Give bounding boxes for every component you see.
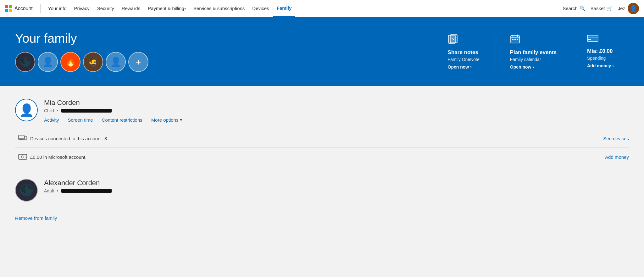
person-icon-mia: 👤 xyxy=(19,103,34,117)
share-notes-title: Share notes xyxy=(448,49,480,56)
member-header-alexander: 🌑 Alexander Corden Adult • xyxy=(15,179,629,202)
nav-divider xyxy=(40,4,41,13)
plan-events-sub: Family calendar xyxy=(510,57,557,62)
spending-link[interactable]: Add money › xyxy=(587,63,614,68)
spending-title: Mia: £0.00 xyxy=(587,48,614,54)
chevron-down-icon: ▾ xyxy=(180,117,182,123)
mia-more-options-button[interactable]: More options ▾ xyxy=(151,117,182,123)
hero-feature-plan-events: Plan family events Family calendar Open … xyxy=(495,34,572,69)
ms-logo-grid xyxy=(5,5,12,12)
hero-left: Your family 🌑 👤 🔥 🧔 👤 ＋ xyxy=(15,31,148,72)
nav-rewards[interactable]: Rewards xyxy=(118,0,144,17)
member-card-mia: 👤 Mia Corden Child • Activity Screen tim… xyxy=(15,99,629,166)
devices-icon xyxy=(15,135,30,142)
money-text: £0.00 in Microsoft account. xyxy=(30,154,605,160)
member-card-alexander: 🌑 Alexander Corden Adult • Remove from f… xyxy=(15,179,629,221)
nav-devices[interactable]: Devices xyxy=(248,0,273,17)
devices-text: Devices connected to this account: 3 xyxy=(30,136,603,141)
alexander-avatar: 🌑 xyxy=(15,179,38,202)
spending-sub: Spending xyxy=(587,56,614,61)
svg-rect-13 xyxy=(19,135,24,140)
nav-your-info[interactable]: Your info xyxy=(44,0,70,17)
svg-rect-7 xyxy=(512,39,514,40)
spending-icon xyxy=(587,34,614,45)
family-member-5-avatar[interactable]: 👤 xyxy=(106,52,126,72)
add-family-member-button[interactable]: ＋ xyxy=(128,52,148,72)
family-member-4-avatar[interactable]: 🧔 xyxy=(83,52,103,72)
basket-button[interactable]: Basket 🛒 xyxy=(591,6,613,11)
search-label: Search xyxy=(563,6,578,11)
svg-rect-8 xyxy=(514,39,516,40)
family-member-3-avatar[interactable]: 🔥 xyxy=(60,52,80,72)
person-icon: 👤 xyxy=(42,57,53,67)
svg-rect-10 xyxy=(587,35,598,42)
family-member-2-avatar[interactable]: 👤 xyxy=(38,52,58,72)
search-icon: 🔍 xyxy=(580,6,586,11)
share-notes-sub: Family OneNote xyxy=(448,57,480,62)
family-member-1-avatar[interactable]: 🌑 xyxy=(15,52,35,72)
microsoft-logo[interactable] xyxy=(5,5,12,12)
alexander-email-redacted xyxy=(61,189,112,193)
navigation: Account Your info Privacy Security Rewar… xyxy=(0,0,644,17)
person-icon-2: 👤 xyxy=(110,57,121,67)
nav-family[interactable]: Family xyxy=(273,0,296,17)
nav-security[interactable]: Security xyxy=(93,0,118,17)
alexander-info: Alexander Corden Adult • xyxy=(44,179,629,193)
section-divider xyxy=(15,169,629,179)
nav-payment-billing[interactable]: Payment & billing xyxy=(144,0,190,17)
mia-avatar: 👤 xyxy=(15,99,38,121)
mia-screen-time-link[interactable]: Screen time xyxy=(68,117,93,123)
add-money-link[interactable]: Add money xyxy=(605,154,629,160)
user-avatar: 👤 xyxy=(628,3,639,14)
plan-events-title: Plan family events xyxy=(510,49,557,56)
alexander-role: Adult • xyxy=(44,188,629,193)
basket-icon: 🛒 xyxy=(607,6,613,11)
mia-activity-link[interactable]: Activity xyxy=(44,117,59,123)
share-notes-link[interactable]: Open now › xyxy=(448,64,480,69)
devices-row: Devices connected to this account: 3 See… xyxy=(15,129,629,148)
account-brand: Account xyxy=(14,6,33,11)
basket-label: Basket xyxy=(591,6,605,11)
logo-blue xyxy=(5,9,8,12)
see-devices-link[interactable]: See devices xyxy=(603,136,629,141)
mia-email-redacted xyxy=(61,109,112,113)
svg-point-19 xyxy=(21,156,24,158)
calendar-icon xyxy=(510,34,557,46)
mia-content-restrictions-link[interactable]: Content restrictions xyxy=(102,117,142,123)
mia-info: Mia Corden Child • Activity Screen time … xyxy=(44,99,629,123)
mia-role: Child • xyxy=(44,108,629,113)
mia-name: Mia Corden xyxy=(44,99,629,107)
svg-rect-18 xyxy=(19,154,27,159)
hero-features: N Share notes Family OneNote Open now › xyxy=(433,34,629,69)
hero-feature-share-notes: N Share notes Family OneNote Open now › xyxy=(433,34,495,69)
logo-yellow xyxy=(9,9,12,12)
member-header-mia: 👤 Mia Corden Child • Activity Screen tim… xyxy=(15,99,629,123)
mia-info-rows: Devices connected to this account: 3 See… xyxy=(15,129,629,166)
svg-text:N: N xyxy=(452,36,455,41)
add-icon: ＋ xyxy=(134,56,143,68)
hero-banner: Your family 🌑 👤 🔥 🧔 👤 ＋ xyxy=(0,17,644,86)
money-row: £0.00 in Microsoft account. Add money xyxy=(15,148,629,166)
user-menu[interactable]: Jez 👤 xyxy=(618,3,639,14)
search-button[interactable]: Search 🔍 xyxy=(563,6,586,11)
alexander-name: Alexander Corden xyxy=(44,179,629,187)
plan-events-link[interactable]: Open now › xyxy=(510,64,557,69)
hero-avatars: 🌑 👤 🔥 🧔 👤 ＋ xyxy=(15,52,148,72)
nav-right: Search 🔍 Basket 🛒 Jez 👤 xyxy=(563,3,639,14)
hero-feature-spending: Mia: £0.00 Spending Add money › xyxy=(572,34,629,69)
nav-privacy[interactable]: Privacy xyxy=(70,0,93,17)
user-name: Jez xyxy=(618,6,625,11)
onenote-icon: N xyxy=(448,34,480,46)
hero-title: Your family xyxy=(15,31,148,46)
main-content: 👤 Mia Corden Child • Activity Screen tim… xyxy=(0,86,644,236)
mia-links: Activity Screen time Content restriction… xyxy=(44,117,629,123)
remove-from-family-link[interactable]: Remove from family xyxy=(15,215,57,221)
nav-links: Your info Privacy Security Rewards Payme… xyxy=(44,0,563,17)
svg-rect-9 xyxy=(517,39,518,40)
nav-services-subscriptions[interactable]: Services & subscriptions xyxy=(190,0,248,17)
logo-green xyxy=(9,5,12,8)
logo-red xyxy=(5,5,8,8)
svg-rect-12 xyxy=(588,39,591,40)
money-icon xyxy=(15,153,30,160)
